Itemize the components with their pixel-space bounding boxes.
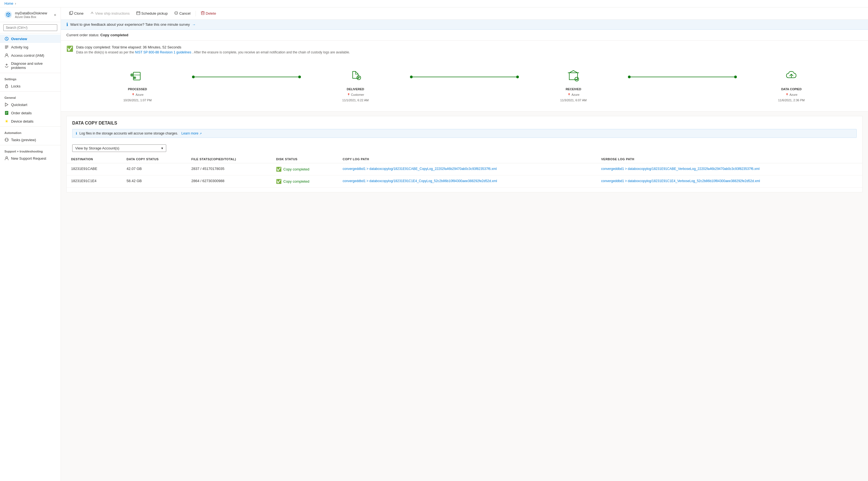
access-control-label: Access control (IAM) bbox=[11, 53, 44, 58]
copy-log-link-0[interactable]: convergeddbd1 > databoxcopylog/18231E91C… bbox=[343, 167, 592, 171]
cancel-icon bbox=[174, 11, 178, 16]
erasure-text: Data on the disk(s) is erased as per the… bbox=[76, 50, 350, 54]
col-copy-log: COPY LOG PATH bbox=[338, 155, 597, 163]
svg-point-5 bbox=[6, 54, 7, 55]
order-details-label: Order details bbox=[11, 111, 32, 115]
breadcrumb-home[interactable]: Home bbox=[4, 2, 13, 5]
sidebar-title: myDataBoxDisknew bbox=[15, 11, 47, 15]
col-file-stats: FILE STATS(COPIED/TOTAL) bbox=[187, 155, 272, 163]
copy-check-icon: ✅ bbox=[66, 46, 73, 52]
svg-rect-4 bbox=[5, 48, 7, 49]
svg-point-9 bbox=[6, 120, 7, 122]
sidebar-item-quickstart[interactable]: Quickstart bbox=[0, 100, 61, 109]
search-input[interactable] bbox=[3, 24, 57, 31]
data-copy-info-banner: ℹ Log files in the storage accounts will… bbox=[72, 129, 857, 138]
feedback-banner: ℹ Want to give feedback about your exper… bbox=[61, 20, 868, 30]
svg-point-13 bbox=[7, 140, 8, 140]
locks-icon bbox=[4, 84, 9, 88]
sidebar-item-access-control[interactable]: Access control (IAM) bbox=[0, 51, 61, 60]
locks-label: Locks bbox=[11, 84, 21, 88]
section-settings: Settings bbox=[0, 74, 61, 82]
copy-main-text: Data copy completed: Total time elapsed:… bbox=[76, 45, 350, 49]
data-copy-title: DATA COPY DETAILS bbox=[67, 116, 862, 126]
verbose-log-link-1[interactable]: convergeddbd1 > databoxcopylog/18231E91C… bbox=[601, 179, 858, 183]
order-status-label: Current order status: bbox=[66, 33, 99, 37]
tasks-icon bbox=[4, 138, 9, 142]
cell-diskstatus-0: ✅ Copy completed bbox=[272, 163, 338, 176]
delete-button[interactable]: Delete bbox=[198, 10, 219, 17]
delete-label: Delete bbox=[206, 11, 216, 16]
section-support: Support + troubleshooting bbox=[0, 146, 61, 154]
disk-status-check-icon-0: ✅ bbox=[276, 167, 282, 172]
connector-1 bbox=[192, 76, 301, 78]
info-icon: ℹ bbox=[76, 131, 77, 135]
data-copied-icon bbox=[782, 66, 801, 85]
svg-marker-7 bbox=[5, 103, 8, 106]
content-area: ℹ Want to give feedback about your exper… bbox=[61, 20, 868, 481]
sidebar-item-device-details[interactable]: Device details bbox=[0, 117, 61, 125]
processed-label: PROCESSED bbox=[128, 87, 147, 91]
data-copied-label: DATA COPIED bbox=[781, 87, 802, 91]
col-verbose-log: VERBOSE LOG PATH bbox=[597, 155, 862, 163]
verbose-log-link-0[interactable]: convergeddbd1 > databoxcopylog/18231E91C… bbox=[601, 167, 858, 171]
delivered-label: DELIVERED bbox=[347, 87, 364, 91]
cell-diskstatus-1: ✅ Copy completed bbox=[272, 176, 338, 188]
data-copied-date: 11/6/2021, 2:36 PM bbox=[778, 98, 805, 102]
svg-rect-3 bbox=[5, 47, 8, 47]
storage-account-dropdown[interactable]: View by Storage Account(s) ▾ bbox=[72, 145, 166, 152]
access-control-icon bbox=[4, 53, 9, 58]
received-date: 11/3/2021, 6:07 AM bbox=[560, 98, 586, 102]
table-row: 18231E91C1E4 58.42 GB 2864 / 62730300988… bbox=[67, 176, 862, 188]
breadcrumb-separator: › bbox=[15, 2, 16, 5]
learn-more-link[interactable]: Learn more ↗ bbox=[182, 131, 202, 135]
received-location: 📍 Azure bbox=[567, 93, 580, 96]
svg-point-12 bbox=[5, 140, 6, 140]
disk-status-text-0: Copy completed bbox=[283, 167, 309, 171]
copy-log-link-1[interactable]: convergeddbd1 > databoxcopylog/18231E91C… bbox=[343, 179, 592, 183]
col-destination: DESTINATION bbox=[67, 155, 122, 163]
delete-icon bbox=[201, 11, 205, 16]
sidebar-header: myDataBoxDisknew Azure Data Box « bbox=[0, 7, 61, 22]
cell-copylog-0: convergeddbd1 > databoxcopylog/18231E91C… bbox=[338, 163, 597, 176]
view-ship-icon bbox=[90, 11, 94, 16]
new-support-label: New Support Request bbox=[11, 156, 46, 160]
cell-copylog-1: convergeddbd1 > databoxcopylog/18231E91C… bbox=[338, 176, 597, 188]
clone-button[interactable]: Clone bbox=[66, 10, 86, 17]
sidebar-collapse-btn[interactable]: « bbox=[54, 12, 56, 17]
sidebar-item-tasks[interactable]: Tasks (preview) bbox=[0, 136, 61, 144]
sidebar-item-order-details[interactable]: Order details bbox=[0, 109, 61, 117]
feedback-text: Want to give feedback about your experie… bbox=[70, 23, 190, 27]
cell-status-0: 42.07 GB bbox=[122, 163, 187, 176]
diagnose-label: Diagnose and solve problems bbox=[11, 61, 56, 70]
received-label: RECEIVED bbox=[566, 87, 581, 91]
sidebar-item-activity-log[interactable]: Activity log bbox=[0, 43, 61, 51]
data-copied-location: 📍 Azure bbox=[785, 93, 798, 96]
overview-icon bbox=[4, 36, 9, 41]
col-data-copy-status: DATA COPY STATUS bbox=[122, 155, 187, 163]
progress-section: ✅ Data copy completed: Total time elapse… bbox=[61, 41, 868, 112]
processed-pin-icon: 📍 bbox=[131, 93, 135, 96]
svg-rect-18 bbox=[137, 11, 140, 15]
table-row: 18231E91CABE 42.07 GB 2837 / 45170178035… bbox=[67, 163, 862, 176]
clone-label: Clone bbox=[74, 11, 84, 16]
disk-status-check-icon-1: ✅ bbox=[276, 179, 282, 184]
sidebar-item-new-support[interactable]: New Support Request bbox=[0, 154, 61, 162]
device-details-label: Device details bbox=[11, 119, 33, 123]
view-ship-button[interactable]: View ship instructions bbox=[87, 10, 132, 17]
svg-rect-16 bbox=[70, 11, 73, 14]
sidebar-item-overview[interactable]: Overview bbox=[0, 35, 61, 43]
quickstart-icon bbox=[4, 102, 9, 107]
sidebar-item-locks[interactable]: Locks bbox=[0, 82, 61, 90]
main-content: Clone View ship instructions Schedule pi… bbox=[61, 7, 868, 481]
cancel-button[interactable]: Cancel bbox=[172, 10, 193, 17]
received-icon bbox=[564, 66, 583, 85]
clone-icon bbox=[69, 11, 73, 16]
sidebar-item-diagnose[interactable]: Diagnose and solve problems bbox=[0, 60, 61, 72]
feedback-link[interactable]: → bbox=[192, 23, 195, 27]
chevron-down-icon: ▾ bbox=[161, 146, 163, 150]
cell-filestats-1: 2864 / 62730300988 bbox=[187, 176, 272, 188]
nist-link[interactable]: NIST SP 800-88 Revision 1 guidelines bbox=[135, 50, 191, 54]
activity-log-label: Activity log bbox=[11, 45, 28, 49]
quickstart-label: Quickstart bbox=[11, 103, 27, 107]
schedule-pickup-button[interactable]: Schedule pickup bbox=[133, 10, 170, 17]
